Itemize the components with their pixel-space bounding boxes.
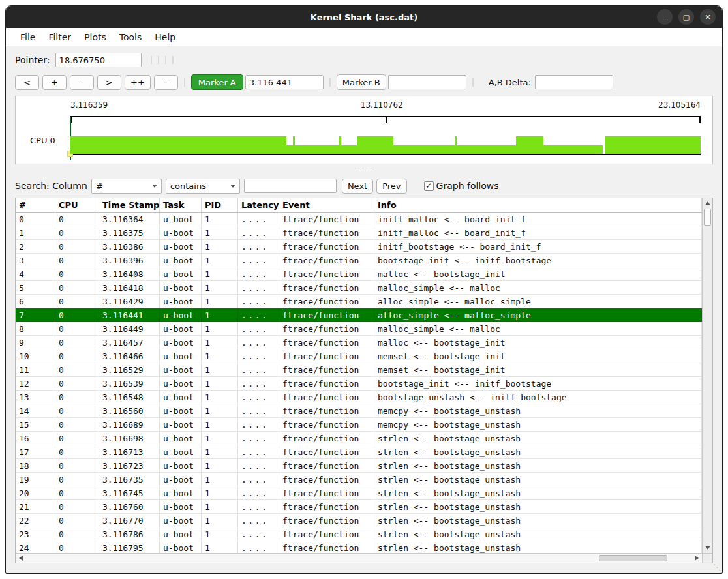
column-header-info[interactable]: Info [374,198,702,213]
horizontal-scrollbar-thumb[interactable] [599,555,667,561]
table-row[interactable]: 2203.116770u-boot1....ftrace/functionstr… [16,514,702,527]
column-header-#[interactable]: # [16,198,55,213]
cell: ftrace/function [279,363,374,377]
cell: 3.116441 [99,308,160,322]
horizontal-scrollbar[interactable] [16,553,702,563]
minimize-icon[interactable]: – [657,9,673,25]
nav-button-1[interactable]: + [42,75,67,90]
cpu0-label: CPU 0 [30,136,55,145]
table-row[interactable]: 2403.116795u-boot1....ftrace/functionstr… [16,541,702,553]
cell: malloc <-- bootstage_init [374,336,702,349]
table-body: 003.116364u-boot1....ftrace/functioninit… [16,213,702,553]
menu-item-file[interactable]: File [14,30,42,44]
marker-a-button[interactable]: Marker A [191,74,243,90]
cell: .... [238,240,279,254]
vertical-scrollbar-thumb[interactable] [704,209,711,226]
table-row[interactable]: 303.116396u-boot1....ftrace/functionboot… [16,254,702,267]
table-row[interactable]: 803.116449u-boot1....ftrace/functionmall… [16,322,702,336]
axis-label-start: 3.116359 [70,100,108,110]
cpu0-activity-segment [543,145,603,154]
table-row[interactable]: 1903.116735u-boot1....ftrace/functionstr… [16,473,702,486]
cell: 23 [16,527,55,541]
scroll-up-icon[interactable] [703,200,712,207]
table-row[interactable]: 1403.116560u-boot1....ftrace/functionmem… [16,404,702,418]
table-row[interactable]: 2303.116786u-boot1....ftrace/functionstr… [16,527,702,541]
column-header-latency[interactable]: Latency [238,198,279,213]
menu-item-filter[interactable]: Filter [42,30,78,44]
marker-b-value-input[interactable] [388,75,466,89]
search-column-select[interactable]: # [91,179,162,194]
cell: .... [238,267,279,281]
table-row[interactable]: 003.116364u-boot1....ftrace/functioninit… [16,213,702,226]
cell: u-boot [160,527,202,541]
nav-button-3[interactable]: > [97,75,121,90]
search-input[interactable] [244,179,337,193]
cell: .... [238,295,279,308]
cell: 3.116386 [99,240,160,254]
vertical-scrollbar[interactable] [702,198,712,553]
cell: 1 [202,541,238,553]
column-header-event[interactable]: Event [279,198,374,213]
cell: strlen <-- bootstage_unstash [374,514,702,527]
cell: u-boot [160,295,202,308]
splitter-handle[interactable]: ····· [6,164,722,172]
table-row[interactable]: 1003.116466u-boot1....ftrace/functionmem… [16,349,702,363]
table-row[interactable]: 1203.116539u-boot1....ftrace/functionboo… [16,377,702,391]
nav-button-5[interactable]: -- [154,75,178,90]
table-row[interactable]: 1503.116689u-boot1....ftrace/functionmem… [16,418,702,432]
table-row[interactable]: 1603.116698u-boot1....ftrace/functionstr… [16,432,702,445]
nav-button-0[interactable]: < [15,75,39,90]
close-icon[interactable]: ✕ [700,9,716,25]
table-row[interactable]: 203.116386u-boot1....ftrace/functioninit… [16,240,702,254]
menu-item-plots[interactable]: Plots [78,30,113,44]
pointer-input[interactable] [55,53,142,67]
nav-button-4[interactable]: ++ [125,75,151,90]
cell: ftrace/function [279,213,374,226]
table-row[interactable]: 1703.116713u-boot1....ftrace/functionstr… [16,445,702,459]
scroll-down-icon[interactable] [703,544,712,552]
resize-grip-icon[interactable]: ⋱ [713,563,721,572]
table-row[interactable]: 403.116408u-boot1....ftrace/functionmall… [16,267,702,281]
table-row[interactable]: 2003.116745u-boot1....ftrace/functionstr… [16,486,702,500]
table-row[interactable]: 603.116429u-boot1....ftrace/functionallo… [16,295,702,308]
cell: 0 [55,541,99,553]
next-button[interactable]: Next [342,179,373,194]
ab-delta-input[interactable] [535,75,613,89]
scroll-left-icon[interactable] [17,554,25,563]
cell: 0 [55,240,99,254]
marker-b-button[interactable]: Marker B [337,74,386,90]
column-header-pid[interactable]: PID [202,198,238,213]
menu-item-tools[interactable]: Tools [113,30,149,44]
table-row[interactable]: 2103.116760u-boot1....ftrace/functionstr… [16,500,702,514]
table-row[interactable]: 703.116441u-boot1....ftrace/functionallo… [16,308,702,322]
cpu0-plot-area[interactable] [70,118,701,158]
marker-a-value-input[interactable] [245,75,324,89]
cell: 3.116539 [99,377,160,391]
cell: 3.116396 [99,254,160,267]
table-row[interactable]: 903.116457u-boot1....ftrace/functionmall… [16,336,702,349]
column-header-cpu[interactable]: CPU [55,198,99,213]
graph-follows-checkbox[interactable]: ✓ [424,181,434,191]
cpu0-activity-segment [341,145,356,154]
cell: ftrace/function [279,541,374,553]
cpu-timeline-graph[interactable]: 3.116359 13.110762 23.105164 CPU 0 [15,96,713,164]
table-row[interactable]: 1103.116529u-boot1....ftrace/functionmem… [16,363,702,377]
cell: .... [238,500,279,514]
scroll-right-icon[interactable] [693,554,701,563]
table-row[interactable]: 1303.116548u-boot1....ftrace/functionboo… [16,391,702,404]
table-row[interactable]: 103.116375u-boot1....ftrace/functioninit… [16,226,702,240]
title-bar[interactable]: Kernel Shark (asc.dat) – ▢ ✕ [6,6,722,28]
prev-button[interactable]: Prev [376,179,406,194]
search-match-select[interactable]: contains [166,179,240,194]
cell: 1 [202,240,238,254]
cell: 0 [55,254,99,267]
column-header-task[interactable]: Task [160,198,202,213]
window-controls: – ▢ ✕ [657,9,716,25]
table-row[interactable]: 1803.116723u-boot1....ftrace/functionstr… [16,459,702,473]
cell: 3.116548 [99,391,160,404]
nav-button-2[interactable]: - [70,75,94,90]
column-header-time-stamp[interactable]: Time Stamp [99,198,160,213]
maximize-icon[interactable]: ▢ [678,9,694,25]
menu-item-help[interactable]: Help [148,30,182,44]
table-row[interactable]: 503.116418u-boot1....ftrace/functionmall… [16,281,702,295]
